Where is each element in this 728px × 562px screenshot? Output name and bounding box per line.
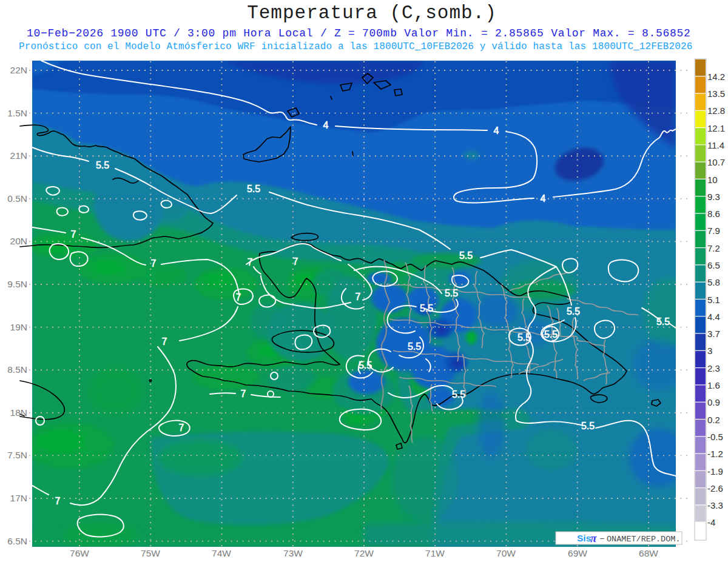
- svg-text:5.5: 5.5: [247, 184, 260, 194]
- svg-text:0.2: 0.2: [707, 415, 720, 425]
- svg-text:5.5: 5.5: [459, 250, 473, 261]
- svg-text:13.5: 13.5: [707, 89, 725, 99]
- svg-text:5.5: 5.5: [567, 306, 580, 316]
- svg-text:6.5N: 6.5N: [7, 536, 27, 546]
- svg-text:Temperatura (C,somb.): Temperatura (C,somb.): [247, 2, 497, 24]
- svg-text:7: 7: [293, 256, 298, 267]
- svg-text:4: 4: [323, 120, 329, 130]
- svg-text:2.3: 2.3: [707, 363, 720, 373]
- svg-text:7: 7: [162, 336, 167, 347]
- svg-text:8.5N: 8.5N: [7, 364, 27, 375]
- svg-text:5.5: 5.5: [544, 329, 558, 340]
- svg-text:-1.9: -1.9: [707, 466, 723, 477]
- svg-text:5.5: 5.5: [96, 160, 109, 170]
- svg-text:5.5: 5.5: [581, 421, 595, 431]
- svg-text:1.5N: 1.5N: [7, 108, 27, 118]
- svg-text:ONAMET/REP.DOM.: ONAMET/REP.DOM.: [607, 535, 681, 544]
- svg-text:10: 10: [707, 175, 718, 185]
- svg-text:74W: 74W: [212, 548, 231, 558]
- svg-text:7: 7: [71, 229, 76, 239]
- svg-text:75W: 75W: [141, 548, 160, 558]
- svg-text:-2.6: -2.6: [707, 483, 723, 493]
- svg-text:-1.2: -1.2: [707, 449, 723, 459]
- svg-text:Sis: Sis: [577, 533, 591, 543]
- svg-text:12.8: 12.8: [707, 105, 725, 116]
- svg-text:3.7: 3.7: [707, 329, 720, 339]
- svg-text:72W: 72W: [354, 548, 374, 558]
- svg-text:9.5N: 9.5N: [7, 279, 27, 289]
- svg-text:11.4: 11.4: [707, 140, 724, 150]
- svg-text:-3.3: -3.3: [707, 500, 723, 510]
- svg-text:5.5: 5.5: [359, 360, 372, 370]
- svg-text:5.1: 5.1: [707, 295, 720, 305]
- svg-text:5.5: 5.5: [420, 303, 433, 313]
- svg-text:14.2: 14.2: [707, 72, 725, 82]
- svg-text:17N: 17N: [10, 493, 27, 503]
- svg-text:7: 7: [241, 389, 246, 399]
- svg-text:73W: 73W: [283, 548, 303, 558]
- svg-text:5.5: 5.5: [517, 332, 531, 343]
- svg-text:4: 4: [494, 125, 499, 136]
- svg-text:68W: 68W: [639, 548, 658, 558]
- svg-text:7.9: 7.9: [707, 226, 720, 236]
- svg-text:5.5: 5.5: [452, 389, 465, 400]
- svg-text:70W: 70W: [496, 548, 516, 558]
- svg-text:71W: 71W: [425, 548, 445, 558]
- svg-text:7.5N: 7.5N: [7, 450, 27, 460]
- svg-text:5.8: 5.8: [707, 277, 720, 287]
- svg-text:Pronóstico con el Modelo Atmós: Pronóstico con el Modelo Atmósferico WRF…: [19, 41, 693, 52]
- svg-text:-0.5: -0.5: [707, 432, 723, 442]
- svg-text:7: 7: [179, 423, 184, 433]
- svg-text:π: π: [590, 532, 597, 544]
- svg-text:6.5: 6.5: [707, 260, 720, 270]
- svg-text:7: 7: [151, 258, 157, 269]
- svg-text:5.5: 5.5: [656, 316, 670, 327]
- svg-text:–: –: [599, 534, 605, 544]
- svg-text:3: 3: [707, 346, 712, 356]
- svg-text:7: 7: [55, 496, 61, 506]
- svg-text:9.3: 9.3: [707, 192, 720, 202]
- svg-text:1.6: 1.6: [707, 380, 720, 390]
- svg-text:4: 4: [541, 193, 546, 204]
- svg-text:-4: -4: [707, 517, 715, 527]
- svg-text:18N: 18N: [10, 407, 27, 418]
- svg-text:12.1: 12.1: [707, 123, 725, 133]
- svg-text:20N: 20N: [10, 236, 27, 246]
- svg-text:69W: 69W: [568, 548, 587, 558]
- svg-text:10−Feb−2026 1900 UTC / 3:00 p: 10−Feb−2026 1900 UTC / 3:00 pm Hora Loca…: [27, 27, 691, 39]
- svg-text:8.6: 8.6: [707, 209, 720, 219]
- svg-text:5.5: 5.5: [408, 341, 421, 352]
- svg-text:4.4: 4.4: [707, 312, 720, 322]
- svg-text:10.7: 10.7: [707, 157, 725, 167]
- svg-text:5.5: 5.5: [445, 288, 458, 298]
- svg-text:21N: 21N: [10, 150, 27, 161]
- svg-text:7: 7: [248, 257, 253, 267]
- svg-text:7: 7: [236, 292, 241, 303]
- svg-text:19N: 19N: [10, 322, 27, 332]
- svg-text:7: 7: [356, 292, 361, 302]
- svg-text:76W: 76W: [70, 548, 89, 558]
- svg-text:0.5N: 0.5N: [7, 193, 27, 204]
- svg-text:7.2: 7.2: [707, 243, 720, 253]
- svg-text:0.9: 0.9: [707, 397, 720, 407]
- svg-text:22N: 22N: [10, 65, 27, 75]
